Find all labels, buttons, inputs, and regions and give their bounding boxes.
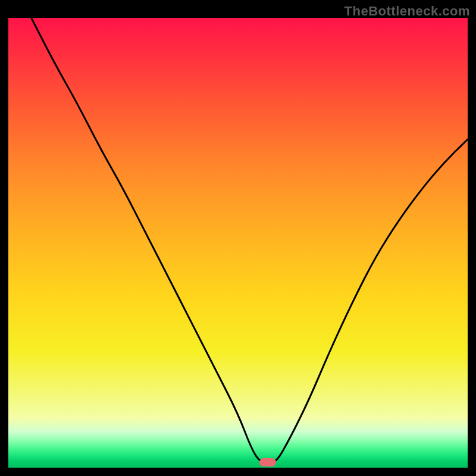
optimal-marker [259, 458, 276, 466]
chart-frame: TheBottleneck.com [0, 0, 476, 476]
plot-area [8, 18, 468, 468]
bottleneck-curve-path [8, 18, 468, 463]
curve-svg [8, 18, 468, 468]
watermark-text: TheBottleneck.com [345, 4, 470, 19]
